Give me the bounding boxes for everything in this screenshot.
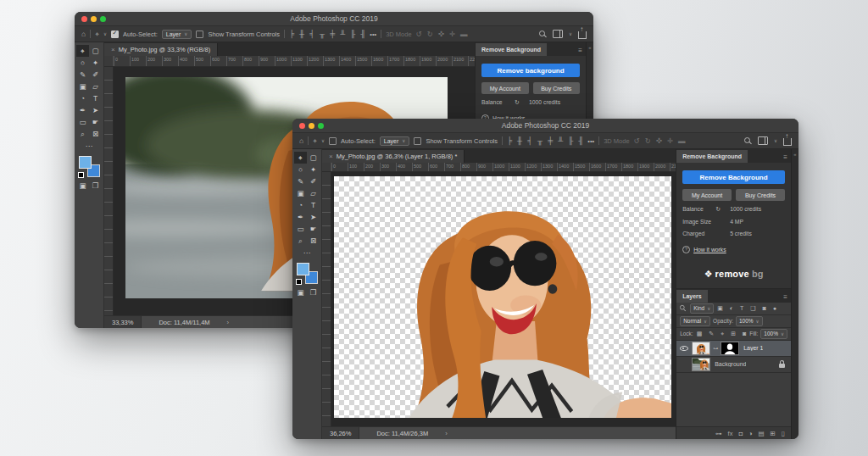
my-account-button[interactable]: My Account (481, 82, 529, 94)
kind-filter-dropdown[interactable]: Kind ∨ (690, 303, 714, 314)
path-selection-tool[interactable]: ➤ (89, 104, 102, 116)
remove-background-button[interactable]: Remove background (481, 64, 580, 77)
panel-menu-icon[interactable]: ≡ (578, 47, 582, 54)
lasso-tool[interactable]: ○ (294, 164, 307, 175)
transparent-canvas[interactable] (334, 176, 671, 418)
distribute-vertical-icon[interactable]: ╢ (360, 31, 365, 38)
scale-3d-icon[interactable]: ▬ (460, 31, 468, 38)
default-colors-icon[interactable] (296, 279, 302, 285)
remove-background-panel-tab[interactable]: Remove Background (476, 43, 547, 56)
hand-tool[interactable]: ☛ (307, 223, 320, 235)
quick-mask-icon[interactable]: ▣ (76, 180, 89, 192)
how-it-works-link[interactable]: How it works (693, 247, 726, 253)
rectangle-tool[interactable]: ▭ (76, 116, 89, 128)
auto-select-checkbox[interactable] (329, 137, 337, 145)
distribute-horizontal-icon[interactable]: ╟ (350, 31, 355, 38)
status-menu-icon[interactable]: › (227, 319, 230, 326)
path-selection-tool[interactable]: ➤ (307, 211, 320, 223)
panel-menu-icon[interactable]: ≡ (783, 153, 787, 161)
document-tab[interactable]: × My_Photo.jpg @ 33,3% (RGB/8) (104, 43, 218, 56)
minimize-window-button[interactable] (91, 16, 97, 22)
refresh-balance-icon[interactable]: ↻ (515, 99, 521, 107)
color-swatches[interactable] (296, 263, 319, 285)
layer-thumbnail[interactable] (692, 358, 710, 371)
search-icon[interactable] (744, 137, 752, 145)
zoom-level-field[interactable]: 33,33% (104, 316, 142, 328)
remove-background-panel-tab[interactable]: Remove Background (676, 150, 748, 163)
add-layer-mask-icon[interactable]: ◘ (738, 430, 743, 437)
lock-transparency-icon[interactable]: ▩ (697, 331, 703, 337)
zoom-level-field[interactable]: 36,26% (322, 427, 359, 439)
close-window-button[interactable] (299, 123, 305, 129)
dodge-tool[interactable]: ◔ (76, 92, 89, 104)
status-menu-icon[interactable]: › (445, 430, 448, 437)
opacity-dropdown[interactable]: 100% ∨ (736, 316, 763, 326)
roll-3d-icon[interactable]: ↻ (645, 137, 651, 145)
more-options-icon[interactable]: ••• (370, 31, 376, 38)
layer-mask-thumbnail[interactable] (721, 342, 739, 355)
layer-style-icon[interactable]: fx (728, 430, 733, 437)
zoom-tool[interactable]: ⌕ (76, 128, 89, 140)
fill-dropdown[interactable]: 100% ∨ (760, 329, 787, 339)
collapse-panels-icon[interactable]: « (793, 152, 796, 157)
auto-select-scope-dropdown[interactable]: Layer ∨ (380, 136, 410, 146)
foreground-color-swatch[interactable] (79, 156, 92, 169)
minimize-window-button[interactable] (309, 123, 314, 129)
buy-credits-button[interactable]: Buy Credits (736, 189, 785, 201)
lock-artboard-icon[interactable]: ⊞ (731, 331, 736, 337)
show-transform-checkbox[interactable] (196, 31, 203, 38)
align-vertical-centers-icon[interactable]: ╪ (330, 31, 335, 38)
move-tool[interactable]: ⌖ (294, 152, 307, 164)
chevron-down-icon[interactable]: ∨ (321, 138, 325, 143)
layer-visibility-icon[interactable] (680, 344, 688, 352)
artboard-tool[interactable]: ⊠ (89, 128, 102, 140)
hand-tool[interactable]: ☛ (89, 116, 102, 128)
artboard-tool[interactable]: ⊠ (307, 235, 320, 247)
drag-3d-icon[interactable]: ✜ (438, 31, 444, 38)
workspace-icon[interactable] (758, 136, 768, 145)
adjustment-layer-icon[interactable]: ◑ (748, 430, 753, 437)
color-swatches[interactable] (78, 156, 101, 178)
close-window-button[interactable] (81, 16, 87, 22)
align-bottom-edges-icon[interactable]: ╨ (340, 31, 345, 38)
clone-stamp-tool[interactable]: ▣ (294, 187, 307, 199)
align-horizontal-centers-icon[interactable]: ╫ (517, 137, 522, 145)
quick-mask-icon[interactable]: ▣ (294, 286, 307, 298)
rotate-3d-icon[interactable]: ↺ (416, 31, 422, 38)
share-icon[interactable] (783, 138, 792, 146)
scale-3d-icon[interactable]: ▬ (678, 137, 686, 145)
align-right-edges-icon[interactable]: ╡ (309, 31, 314, 38)
delete-layer-icon[interactable]: ▯ (782, 430, 785, 437)
pen-tool[interactable]: ✒ (76, 104, 89, 116)
chevron-down-icon[interactable]: ∨ (569, 31, 572, 36)
type-tool[interactable]: T (307, 199, 320, 211)
default-colors-icon[interactable] (78, 172, 84, 178)
workspace-icon[interactable] (553, 30, 563, 38)
panel-menu-icon[interactable]: ≡ (783, 293, 787, 301)
refresh-balance-icon[interactable]: ↻ (715, 206, 722, 214)
magic-wand-tool[interactable]: ✦ (89, 57, 102, 69)
close-tab-icon[interactable]: × (111, 46, 115, 53)
auto-select-checkbox[interactable] (111, 31, 119, 38)
align-top-edges-icon[interactable]: ╥ (537, 137, 542, 145)
search-icon[interactable] (539, 31, 547, 38)
filter-adjustment-layers-icon[interactable]: ◐ (730, 305, 733, 311)
layer-row-layer1[interactable]: ⊶ Layer 1 (676, 341, 791, 357)
layer-thumbnail[interactable] (692, 342, 710, 355)
align-bottom-edges-icon[interactable]: ╨ (558, 137, 563, 145)
lock-all-icon[interactable]: ◙ (743, 331, 746, 336)
slide-3d-icon[interactable]: ✛ (449, 31, 455, 38)
filter-pixel-layers-icon[interactable]: ▣ (717, 305, 723, 312)
layer-name[interactable]: Layer 1 (743, 345, 763, 351)
lasso-tool[interactable]: ○ (76, 57, 89, 69)
marquee-tool[interactable]: ▢ (307, 152, 320, 164)
distribute-horizontal-icon[interactable]: ╟ (568, 137, 573, 145)
move-tool[interactable]: ⌖ (76, 45, 89, 57)
eraser-tool[interactable]: ▱ (307, 187, 320, 199)
type-tool[interactable]: T (89, 92, 102, 104)
layer-row-background[interactable]: Background (676, 357, 791, 373)
align-top-edges-icon[interactable]: ╥ (320, 31, 325, 38)
show-transform-checkbox[interactable] (414, 137, 421, 145)
rotate-3d-icon[interactable]: ↺ (634, 137, 640, 145)
clone-stamp-tool[interactable]: ▣ (76, 81, 89, 92)
